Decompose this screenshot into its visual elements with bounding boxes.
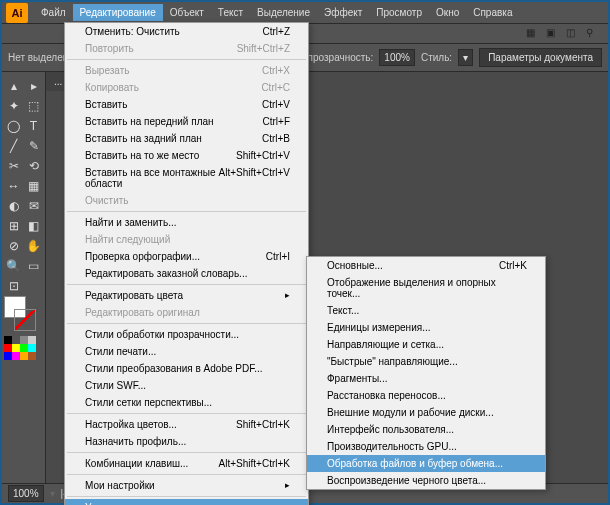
tool-4[interactable]: ◯ [4,116,23,135]
tool-2[interactable]: ✦ [4,96,23,115]
menu-item[interactable]: Стили сетки перспективы... [65,394,308,411]
menu-item: Найти следующий [65,231,308,248]
tool-8[interactable]: ✂ [4,156,23,175]
menu-item[interactable]: Вставить на задний планCtrl+B [65,130,308,147]
tool-20[interactable]: ⊡ [4,276,23,295]
menu-item[interactable]: Отображение выделения и опорных точек... [307,274,545,302]
app-logo: Ai [6,3,28,23]
menu-item[interactable]: ВставитьCtrl+V [65,96,308,113]
search-icon[interactable]: ⚲ [586,27,600,41]
menu-item[interactable]: Текст... [307,302,545,319]
tool-3[interactable]: ⬚ [24,96,43,115]
menu-item[interactable]: Расстановка переносов... [307,387,545,404]
menu-item[interactable]: Интерфейс пользователя... [307,421,545,438]
edit-menu-dropdown: Отменить: ОчиститьCtrl+ZПовторитьShift+C… [64,22,309,505]
menu-item[interactable]: Стили обработки прозрачности... [65,326,308,343]
menu-окно[interactable]: Окно [429,4,466,21]
menu-item[interactable]: Фрагменты... [307,370,545,387]
bridge-icon[interactable]: ▣ [546,27,560,41]
menu-item: Редактировать оригинал [65,304,308,321]
tool-10[interactable]: ↔ [4,176,23,195]
zoom-value[interactable]: 100% [8,485,44,502]
tool-9[interactable]: ⟲ [24,156,43,175]
menubar: Ai ФайлРедактированиеОбъектТекстВыделени… [2,2,608,24]
menu-item[interactable]: "Быстрые" направляющие... [307,353,545,370]
menu-item[interactable]: Комбинации клавиш...Alt+Shift+Ctrl+K [65,455,308,472]
tool-14[interactable]: ⊞ [4,216,23,235]
menu-эффект[interactable]: Эффект [317,4,369,21]
style-value[interactable]: ▾ [458,49,473,66]
menu-item[interactable]: Вставить на передний планCtrl+F [65,113,308,130]
menu-item[interactable]: Направляющие и сетка... [307,336,545,353]
menu-item[interactable]: Редактировать заказной словарь... [65,265,308,282]
preferences-submenu: Основные...Ctrl+KОтображение выделения и… [306,256,546,490]
menu-item[interactable]: Найти и заменить... [65,214,308,231]
menu-item[interactable]: Проверка орфографии...Ctrl+I [65,248,308,265]
arrange-icon[interactable]: ◫ [566,27,580,41]
menu-item[interactable]: Назначить профиль... [65,433,308,450]
menu-item[interactable]: Установки▸ [65,499,308,505]
opacity-value[interactable]: 100% [379,49,415,66]
doc-params-button[interactable]: Параметры документа [479,48,602,67]
tool-15[interactable]: ◧ [24,216,43,235]
menu-просмотр[interactable]: Просмотр [369,4,429,21]
tool-11[interactable]: ▦ [24,176,43,195]
tool-1[interactable]: ▸ [24,76,43,95]
menu-item: КопироватьCtrl+C [65,79,308,96]
menu-item: Очистить [65,192,308,209]
menu-item[interactable]: Основные...Ctrl+K [307,257,545,274]
menu-item[interactable]: Производительность GPU... [307,438,545,455]
menu-объект[interactable]: Объект [163,4,211,21]
menu-item[interactable]: Обработка файлов и буфер обмена... [307,455,545,472]
tool-16[interactable]: ⊘ [4,236,23,255]
menu-item[interactable]: Стили преобразования в Adobe PDF... [65,360,308,377]
menu-текст[interactable]: Текст [211,4,250,21]
stroke-swatch[interactable] [14,309,36,331]
tool-18[interactable]: 🔍 [4,256,23,275]
style-label: Стиль: [421,52,452,63]
tool-17[interactable]: ✋ [24,236,43,255]
tab-title: ... [54,76,62,87]
tools-panel: ▴▸✦⬚◯T╱✎✂⟲↔▦◐✉⊞◧⊘✋🔍▭⊡ [2,72,46,483]
menu-item[interactable]: Вставить на все монтажные областиAlt+Shi… [65,164,308,192]
menu-файл[interactable]: Файл [34,4,73,21]
menu-item[interactable]: Вставить на то же местоShift+Ctrl+V [65,147,308,164]
menu-item[interactable]: Мои настройки▸ [65,477,308,494]
tool-5[interactable]: T [24,116,43,135]
tool-12[interactable]: ◐ [4,196,23,215]
menu-item: ВырезатьCtrl+X [65,62,308,79]
menu-item[interactable]: Отменить: ОчиститьCtrl+Z [65,23,308,40]
menu-item[interactable]: Внешние модули и рабочие диски... [307,404,545,421]
tool-7[interactable]: ✎ [24,136,43,155]
menu-выделение[interactable]: Выделение [250,4,317,21]
menu-item[interactable]: Стили SWF... [65,377,308,394]
color-palette[interactable] [4,336,40,360]
menu-item[interactable]: Стили печати... [65,343,308,360]
menu-item: ПовторитьShift+Ctrl+Z [65,40,308,57]
tool-0[interactable]: ▴ [4,76,23,95]
menu-item[interactable]: Редактировать цвета▸ [65,287,308,304]
menu-item[interactable]: Настройка цветов...Shift+Ctrl+K [65,416,308,433]
menu-item[interactable]: Воспроизведение черного цвета... [307,472,545,489]
tool-13[interactable]: ✉ [24,196,43,215]
menu-справка[interactable]: Справка [466,4,519,21]
tool-19[interactable]: ▭ [24,256,43,275]
tool-6[interactable]: ╱ [4,136,23,155]
layout-icon[interactable]: ▦ [526,27,540,41]
menu-item[interactable]: Единицы измерения... [307,319,545,336]
menu-редактирование[interactable]: Редактирование [73,4,163,21]
